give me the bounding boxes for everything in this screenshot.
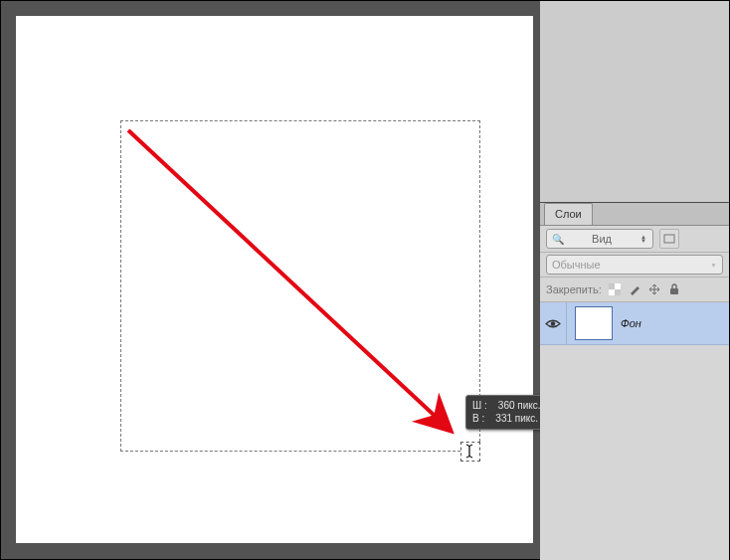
svg-rect-4 — [615, 289, 621, 295]
lock-transparency-icon[interactable] — [608, 282, 622, 296]
tooltip-width-value: 360 пикс. — [498, 400, 541, 411]
svg-rect-1 — [664, 235, 674, 243]
svg-rect-5 — [670, 288, 678, 294]
panel-tabs: Слои — [540, 203, 729, 226]
filter-pixel-icon[interactable] — [659, 229, 679, 249]
side-area: Слои Вид ▲▼ Обычные ▼ Закрепить — [540, 1, 729, 559]
eye-icon — [545, 318, 561, 329]
marquee-selection[interactable] — [120, 120, 480, 452]
layer-thumbnail[interactable] — [575, 306, 613, 340]
text-cursor-icon — [460, 442, 480, 462]
visibility-toggle[interactable] — [540, 302, 567, 344]
chevron-down-icon: ▼ — [710, 262, 717, 269]
app-frame: Ш : 360 пикс. В : 331 пикс. Слои Вид ▲▼ — [1, 1, 729, 559]
tooltip-width-label: Ш : — [472, 400, 487, 411]
lock-position-icon[interactable] — [647, 282, 661, 296]
lock-row: Закрепить: — [540, 278, 729, 302]
canvas[interactable] — [16, 16, 533, 543]
tab-layers[interactable]: Слои — [544, 203, 593, 225]
layer-filter-bar: Вид ▲▼ — [540, 226, 729, 253]
tooltip-height-label: В : — [472, 413, 484, 424]
lock-label: Закрепить: — [546, 283, 602, 295]
blend-mode-value: Обычные — [552, 259, 601, 271]
svg-rect-3 — [609, 283, 615, 289]
blend-mode-row: Обычные ▼ — [540, 253, 729, 278]
tooltip-height-value: 331 пикс. — [495, 413, 538, 424]
chevron-updown-icon: ▲▼ — [639, 235, 647, 243]
svg-point-6 — [551, 321, 555, 325]
lock-all-icon[interactable] — [667, 282, 681, 296]
lock-pixels-icon[interactable] — [628, 282, 641, 296]
layer-row[interactable]: Фон — [540, 302, 729, 345]
layers-panel: Слои Вид ▲▼ Обычные ▼ Закрепить — [540, 202, 729, 560]
blend-mode-dropdown[interactable]: Обычные ▼ — [546, 255, 723, 275]
filter-type-label: Вид — [592, 233, 612, 245]
dimensions-tooltip: Ш : 360 пикс. В : 331 пикс. — [465, 395, 548, 430]
search-icon — [552, 233, 564, 245]
filter-type-dropdown[interactable]: Вид ▲▼ — [546, 229, 653, 249]
layer-name[interactable]: Фон — [621, 317, 641, 329]
